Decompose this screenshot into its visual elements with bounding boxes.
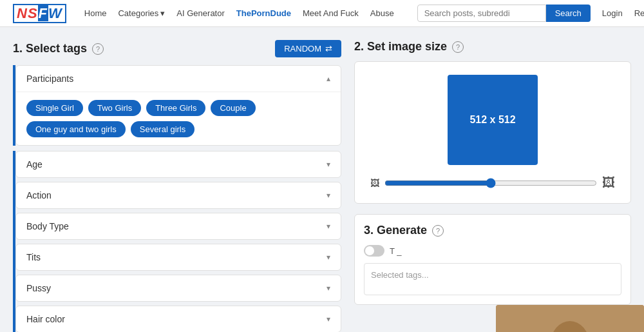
- brand-logo[interactable]: NSFW: [13, 4, 66, 23]
- generate-toggle[interactable]: [364, 245, 384, 257]
- thumbnail-svg: [496, 305, 644, 332]
- generate-header: 3. Generate ?: [364, 224, 621, 237]
- image-size-help-icon[interactable]: ?: [452, 41, 464, 53]
- tag-two-girls[interactable]: Two Girls: [88, 100, 141, 116]
- participants-label: Participants: [26, 73, 73, 84]
- accordion-body-type-label: Body Type: [26, 221, 69, 231]
- accordion-pussy-header[interactable]: Pussy ▾: [16, 275, 341, 301]
- image-size-header: 2. Set image size ?: [354, 40, 631, 54]
- accordion-hair-color-label: Hair color: [26, 314, 65, 324]
- accordions-group: Age ▾ Action ▾ Body Type ▾ Tits ▾: [13, 151, 341, 332]
- search-button[interactable]: Search: [546, 5, 591, 22]
- participants-card-header[interactable]: Participants ▴: [16, 66, 341, 92]
- accordion-body-type: Body Type ▾: [15, 213, 341, 240]
- accordion-action: Action ▾: [15, 182, 341, 209]
- accordion-pussy-chevron-icon: ▾: [327, 284, 330, 293]
- thumbnail-image: [496, 305, 644, 332]
- participants-card-body: Single Girl Two Girls Three Girls Couple…: [16, 92, 341, 145]
- slider-small-image-icon: 🖼: [370, 178, 379, 188]
- participants-chevron-up-icon: ▴: [327, 74, 330, 83]
- accordion-tits-label: Tits: [26, 252, 41, 262]
- random-button[interactable]: RANDOM ⇄: [275, 40, 341, 57]
- nav-abuse[interactable]: Abuse: [370, 8, 394, 18]
- tag-single-girl[interactable]: Single Girl: [26, 100, 83, 116]
- image-size-box: 512 x 512: [448, 75, 538, 165]
- image-preview-area: 512 x 512 🖼 🖼: [354, 61, 631, 204]
- nav-ai-generator[interactable]: AI Generator: [176, 8, 224, 18]
- search-input[interactable]: [417, 5, 546, 22]
- accordion-body-type-chevron-icon: ▾: [327, 222, 330, 231]
- image-size-title: 2. Set image size: [354, 40, 447, 54]
- accordion-hair-color: Hair color ▾: [15, 306, 341, 332]
- nav-theporndude[interactable]: ThePornDude: [236, 8, 291, 18]
- toggle-row: T _: [364, 245, 621, 257]
- selected-tags-area: Selected tags...: [364, 263, 621, 295]
- tag-three-girls[interactable]: Three Girls: [146, 100, 205, 116]
- tag-several-girls[interactable]: Several girls: [131, 121, 195, 137]
- register-button[interactable]: Regis: [634, 8, 644, 18]
- slider-large-image-icon: 🖼: [602, 175, 615, 190]
- accordion-tits-header[interactable]: Tits ▾: [16, 244, 341, 270]
- main-content: 1. Select tags ? RANDOM ⇄ Participants ▴…: [0, 27, 644, 332]
- toggle-knob: [365, 246, 374, 255]
- participants-card: Participants ▴ Single Girl Two Girls Thr…: [15, 65, 341, 146]
- right-panel: 2. Set image size ? 512 x 512 🖼 🖼 3. Gen…: [354, 40, 631, 332]
- tags-container: Single Girl Two Girls Three Girls Couple…: [26, 100, 330, 137]
- select-tags-header: 1. Select tags ? RANDOM ⇄: [13, 40, 341, 57]
- image-size-slider[interactable]: [384, 178, 597, 188]
- accordion-pussy-label: Pussy: [26, 283, 51, 293]
- accordion-age-label: Age: [26, 159, 43, 170]
- login-button[interactable]: Login: [602, 8, 623, 18]
- navbar: NSFW Home Categories ▾ AI Generator TheP…: [0, 0, 644, 27]
- accordion-age-header[interactable]: Age ▾: [16, 151, 341, 177]
- accordion-age-chevron-icon: ▾: [327, 160, 330, 169]
- select-tags-help-icon[interactable]: ?: [92, 43, 104, 55]
- left-panel: 1. Select tags ? RANDOM ⇄ Participants ▴…: [13, 40, 341, 332]
- accordion-hair-color-header[interactable]: Hair color ▾: [16, 306, 341, 332]
- selected-tags-placeholder: Selected tags...: [371, 270, 429, 280]
- accordion-action-label: Action: [26, 190, 52, 200]
- accordion-hair-color-chevron-icon: ▾: [327, 315, 330, 324]
- slider-row: 🖼 🖼: [368, 175, 618, 190]
- accordion-tits: Tits ▾: [15, 244, 341, 271]
- generate-title: 3. Generate: [364, 224, 427, 237]
- random-icon: ⇄: [325, 44, 332, 54]
- participants-section: Participants ▴ Single Girl Two Girls Thr…: [13, 65, 341, 146]
- accordion-age: Age ▾: [15, 151, 341, 178]
- nav-meet-and-fuck[interactable]: Meet And Fuck: [303, 8, 359, 18]
- search-bar: Search: [417, 5, 591, 22]
- accordion-body-type-header[interactable]: Body Type ▾: [16, 213, 341, 239]
- accordion-action-header[interactable]: Action ▾: [16, 182, 341, 208]
- image-size-section: 2. Set image size ? 512 x 512 🖼 🖼: [354, 40, 631, 204]
- select-tags-title: 1. Select tags: [13, 42, 87, 55]
- generate-help-icon[interactable]: ?: [432, 225, 444, 237]
- accordion-action-chevron-icon: ▾: [327, 191, 330, 200]
- toggle-label: T _: [390, 246, 402, 256]
- tag-couple[interactable]: Couple: [211, 100, 255, 116]
- accordion-pussy: Pussy ▾: [15, 275, 341, 302]
- tag-one-guy-two-girls[interactable]: One guy and two girls: [26, 121, 126, 137]
- nav-home[interactable]: Home: [84, 8, 107, 18]
- nav-categories[interactable]: Categories ▾: [118, 8, 165, 18]
- accordion-tits-chevron-icon: ▾: [327, 253, 330, 262]
- generate-section: 3. Generate ? T _ Selected tags...: [354, 214, 631, 305]
- svg-rect-4: [496, 305, 644, 332]
